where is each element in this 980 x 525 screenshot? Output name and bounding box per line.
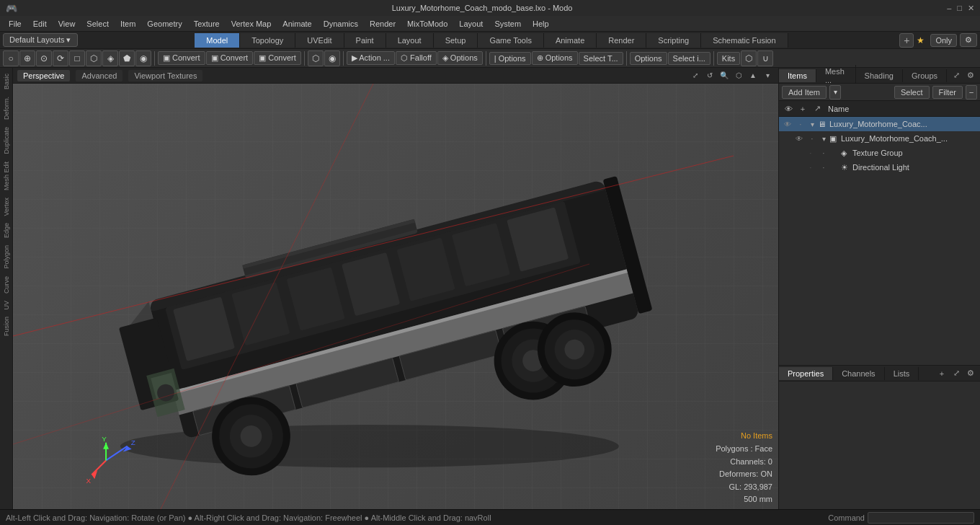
menu-item-dynamics[interactable]: Dynamics	[318, 18, 364, 30]
select-button[interactable]: Select	[894, 86, 930, 99]
sidebar-item-curve[interactable]: Curve	[1, 273, 12, 296]
viewport-collapse-icon[interactable]: ▾	[761, 69, 774, 82]
toolbar-icon-rotate[interactable]: ◉	[324, 50, 340, 66]
menu-item-render[interactable]: Render	[364, 18, 401, 30]
arrow-mesh[interactable]: ▾	[819, 135, 828, 143]
bottom-tab-lists[interactable]: Lists	[885, 367, 919, 380]
menu-item-view[interactable]: View	[53, 18, 81, 30]
tree-item-mesh[interactable]: 👁 · ▾ ▣ Luxury_Motorhome_Coach_...	[779, 131, 980, 146]
menu-item-system[interactable]: System	[489, 18, 527, 30]
convert-button-1[interactable]: ▣ Convert	[158, 51, 205, 65]
close-button[interactable]: ✕	[968, 4, 974, 13]
maximize-button[interactable]: □	[957, 4, 962, 13]
viewport-tab-perspective[interactable]: Perspective	[17, 70, 70, 81]
panel-tab-groups[interactable]: Groups	[903, 69, 947, 82]
minimize-button[interactable]: –	[947, 4, 951, 13]
viewport-expand-icon[interactable]: ▲	[747, 69, 760, 82]
scene-background[interactable]: Z X Y	[13, 84, 778, 509]
menu-item-geometry[interactable]: Geometry	[141, 18, 187, 30]
only-button[interactable]: Only	[930, 34, 957, 47]
viewport-refresh-icon[interactable]: ↺	[703, 69, 716, 82]
sidebar-item-vertex[interactable]: Vertex	[1, 195, 12, 219]
menu-item-edit[interactable]: Edit	[27, 18, 53, 30]
tab-schematic-fusion[interactable]: Schematic Fusion	[701, 33, 788, 48]
tab-setup[interactable]: Setup	[434, 33, 478, 48]
tab-scripting[interactable]: Scripting	[646, 33, 701, 48]
convert-button-2[interactable]: ▣ Convert	[206, 51, 254, 65]
menu-item-mixtomodo[interactable]: MixToModo	[401, 18, 453, 30]
eye-icon-root[interactable]: 👁	[782, 120, 793, 128]
viewport-maximize-icon[interactable]: ⤢	[689, 69, 702, 82]
tab-game-tools[interactable]: Game Tools	[478, 33, 544, 48]
sidebar-item-basic[interactable]: Basic	[1, 71, 12, 92]
menu-item-select[interactable]: Select	[81, 18, 115, 30]
panel-eye-icon[interactable]: 👁	[782, 102, 795, 115]
sidebar-item-uv[interactable]: UV	[1, 298, 12, 313]
options-button-2[interactable]: Options	[630, 52, 667, 65]
sidebar-item-deform[interactable]: Deform.	[1, 94, 12, 123]
eye-icon-mesh[interactable]: 👁	[793, 135, 805, 143]
bottom-expand-icon[interactable]: ⤢	[950, 367, 963, 380]
menu-item-layout[interactable]: Layout	[453, 18, 489, 30]
viewport-hex-icon[interactable]: ⬡	[732, 69, 745, 82]
convert-button-3[interactable]: ▣ Convert	[254, 51, 301, 65]
bottom-settings-icon[interactable]: ⚙	[964, 367, 977, 380]
action-button[interactable]: ▶ Action ...	[347, 51, 395, 65]
bottom-plus-icon[interactable]: +	[935, 367, 948, 380]
tab-layout[interactable]: Layout	[386, 33, 434, 48]
tree-item-light[interactable]: · · ▾ ☀ Directional Light	[779, 160, 980, 175]
tab-paint[interactable]: Paint	[344, 33, 386, 48]
toolbar-icon-select[interactable]: ○	[3, 50, 19, 66]
menu-item-help[interactable]: Help	[527, 18, 555, 30]
tab-uvedit[interactable]: UVEdit	[295, 33, 344, 48]
panel-link-icon[interactable]: ↗	[811, 102, 824, 115]
more-button[interactable]: –	[966, 85, 977, 100]
tab-topology[interactable]: Topology	[240, 33, 295, 48]
menu-item-file[interactable]: File	[3, 18, 27, 30]
toolbar-icon-paint[interactable]: ⊙	[36, 50, 52, 66]
menu-item-animate[interactable]: Animate	[277, 18, 317, 30]
toolbar-icon-hex[interactable]: ⬡	[86, 50, 102, 66]
menu-item-item[interactable]: Item	[115, 18, 141, 30]
tree-item-texture[interactable]: · · ▾ ◈ Texture Group	[779, 146, 980, 160]
panel-tab-items[interactable]: Items	[779, 69, 816, 82]
panel-tab-shading[interactable]: Shading	[856, 69, 903, 82]
settings-gear-button[interactable]: ⚙	[960, 33, 977, 47]
viewport-tab-textures[interactable]: Viewport Textures	[128, 70, 202, 81]
pipe-options-button[interactable]: | Options	[489, 52, 531, 65]
bottom-tab-properties[interactable]: Properties	[779, 367, 833, 380]
toolbar-icon-diamond[interactable]: ◈	[102, 50, 118, 66]
plus-options-button[interactable]: ⊕ Options	[532, 51, 578, 65]
panel-settings-icon[interactable]: ⚙	[964, 69, 977, 82]
select-i-button[interactable]: Select i...	[668, 52, 710, 65]
select-t-button[interactable]: Select T...	[579, 52, 623, 65]
viewport-search-icon[interactable]: 🔍	[718, 69, 731, 82]
add-item-button[interactable]: Add Item	[782, 86, 827, 99]
toolbar-icon-circle[interactable]: ◉	[135, 50, 151, 66]
add-tab-button[interactable]: +	[899, 33, 914, 48]
sidebar-item-meshedit[interactable]: Mesh Edit	[1, 159, 12, 193]
sidebar-item-polygon[interactable]: Polygon	[1, 242, 12, 272]
options-button-1[interactable]: ◈ Options	[437, 51, 483, 65]
toolbar-icon-kits-2[interactable]: ⬡	[741, 50, 757, 66]
toolbar-icon-rect[interactable]: □	[69, 50, 85, 66]
viewport-tab-advanced[interactable]: Advanced	[76, 70, 122, 81]
toolbar-icon-move[interactable]: ⬡	[308, 50, 324, 66]
command-input[interactable]	[868, 512, 974, 524]
tab-render[interactable]: Render	[597, 33, 646, 48]
falloff-button[interactable]: ⬡ Falloff	[396, 51, 437, 65]
toolbar-icon-loop[interactable]: ⟳	[53, 50, 68, 66]
tab-animate[interactable]: Animate	[544, 33, 597, 48]
panel-tab-mesh[interactable]: Mesh ...	[816, 65, 856, 87]
add-item-dropdown[interactable]: ▾	[829, 85, 841, 100]
viewport-area[interactable]: Perspective Advanced Viewport Textures ⤢…	[13, 68, 778, 509]
toolbar-icon-lasso[interactable]: ⊕	[19, 50, 35, 66]
menu-item-texture[interactable]: Texture	[188, 18, 226, 30]
sidebar-item-edge[interactable]: Edge	[1, 220, 12, 241]
menu-item-vertex map[interactable]: Vertex Map	[226, 18, 277, 30]
panel-add-icon[interactable]: +	[796, 102, 809, 115]
tree-item-root[interactable]: 👁 · ▾ 🖥 Luxury_Motorhome_Coac...	[779, 117, 980, 131]
arrow-root[interactable]: ▾	[808, 120, 816, 128]
filter-button[interactable]: Filter	[932, 86, 963, 99]
toolbar-icon-poly[interactable]: ⬟	[119, 50, 135, 66]
